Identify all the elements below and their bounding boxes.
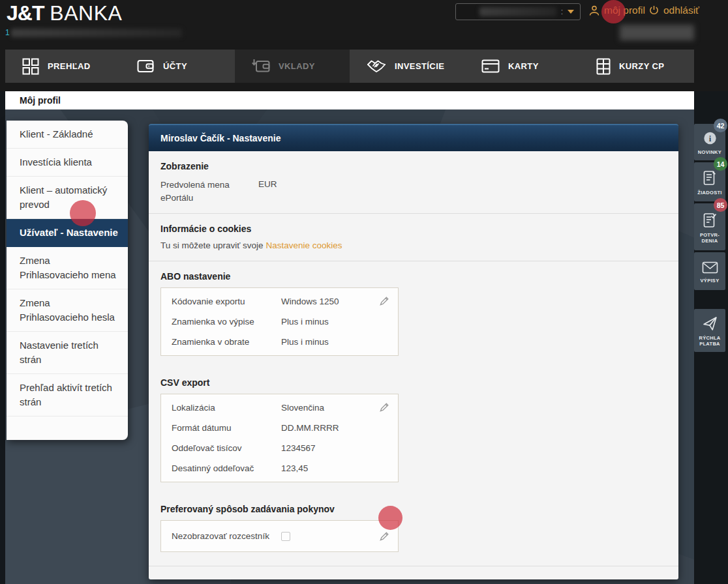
quickbar-label: ŽIADOSTI: [697, 190, 721, 196]
info-icon: i: [703, 131, 718, 145]
tab-label: INVESTÍCIE: [395, 61, 444, 71]
setting-label: Formát dátumu: [172, 423, 281, 433]
setting-row: Lokalizácia Slovenčina: [161, 398, 398, 418]
sidebar-item-investicia-klienta[interactable]: Investícia klienta: [7, 149, 128, 177]
divider: [149, 566, 678, 566]
panel-title: Miroslav Čačík - Nastavenie: [160, 133, 281, 143]
setting-value: 123,45: [281, 463, 308, 473]
card-icon: [481, 59, 500, 73]
setting-value: EUR: [258, 179, 277, 205]
redacted-top-right-button: [620, 25, 694, 40]
wallet-arrow-icon: [252, 59, 270, 74]
section-heading-cookies: Informácie o cookies: [160, 214, 667, 234]
ziadosti-badge: 14: [714, 157, 727, 171]
sidebar-item-klient-zakladne[interactable]: Klient - Základné: [7, 121, 128, 149]
cookies-text: Tu si môžete upraviť svoje Nastavenie co…: [160, 234, 667, 261]
setting-value: Plus i minus: [281, 337, 329, 347]
quickbar-label: NOVINKY: [698, 149, 721, 155]
tab-karty[interactable]: KARTY: [464, 50, 579, 83]
settings-sidebar: Klient - Základné Investícia klienta Kli…: [7, 121, 128, 440]
my-profile-link[interactable]: môj profil: [589, 5, 645, 16]
tab-investicie[interactable]: INVESTÍCIE: [350, 50, 464, 83]
pencil-icon: [379, 402, 390, 413]
quickbar-ziadosti[interactable]: 14 ŽIADOSTI: [694, 162, 725, 201]
tab-vklady[interactable]: VKLADY: [235, 50, 350, 83]
person-icon: [589, 5, 599, 16]
setting-row: Znamienka vo výpise Plus i minus: [161, 312, 398, 332]
sidebar-item-prehlad-aktivit[interactable]: Prehľad aktivít tretích strán: [7, 374, 128, 416]
sidebar-item-automaticky-prevod[interactable]: Klient – automatický prevod: [7, 177, 128, 219]
tab-label: ÚČTY: [163, 61, 187, 71]
power-icon: [649, 5, 659, 16]
preferovany-edit-button[interactable]: [378, 529, 391, 542]
tab-label: KURZY CP: [619, 61, 664, 71]
quick-access-bar: 42 i NOVINKY 14 ŽIADOSTI 85 POTVR- DENIA…: [694, 124, 725, 354]
settings-panel: Miroslav Čačík - Nastavenie Zobrazenie P…: [149, 124, 678, 579]
contact-info: 1: [5, 28, 182, 37]
breadcrumb: Môj profil: [5, 91, 694, 110]
section-heading-zobrazenie: Zobrazenie: [160, 151, 667, 171]
setting-value: Plus i minus: [281, 317, 329, 327]
paper-plane-icon: [703, 316, 718, 331]
setting-label: Lokalizácia: [172, 403, 281, 413]
tab-label: VKLADY: [279, 61, 315, 71]
rozcestnik-checkbox[interactable]: [281, 532, 290, 541]
grid-icon: [22, 58, 39, 75]
setting-label: Znamienka vo výpise: [172, 317, 281, 327]
csv-export-box: Lokalizácia Slovenčina Formát dátumu DD.…: [160, 394, 399, 482]
svg-text:i: i: [708, 134, 711, 143]
tab-label: KARTY: [508, 61, 539, 71]
quickbar-novinky[interactable]: 42 i NOVINKY: [694, 124, 725, 160]
tab-kurzy-cp[interactable]: KURZY CP: [579, 50, 694, 83]
sidebar-item-zmena-hesla[interactable]: Zmena Prihlasovacieho hesla: [7, 289, 128, 332]
main-navigation: PREHĽAD ÚČTY VKLADY INVESTÍCI: [0, 40, 728, 91]
quickbar-vypisy[interactable]: VÝPISY: [694, 252, 725, 290]
abo-settings-box: Kódovanie exportu Windows 1250 Znamienka…: [160, 287, 399, 356]
account-selector-colon: :: [561, 7, 563, 16]
cookies-settings-link[interactable]: Nastavenie cookies: [265, 241, 342, 250]
my-profile-label: môj profil: [604, 5, 645, 16]
setting-label: Oddeľovač tisícov: [172, 443, 281, 453]
abo-edit-button[interactable]: [378, 294, 391, 307]
setting-label: Desatinný oddeľovač: [172, 463, 281, 473]
tab-label: PREHĽAD: [48, 61, 91, 71]
quickbar-potvrdenia[interactable]: 85 POTVR- DENIA: [694, 203, 725, 250]
setting-value: Windows 1250: [281, 297, 339, 306]
preferovany-box: Nezobrazovať rozcestník: [160, 520, 399, 552]
setting-row: Formát dátumu DD.MM.RRRR: [161, 418, 398, 438]
account-selector[interactable]: :: [455, 3, 581, 20]
setting-value: DD.MM.RRRR: [281, 423, 339, 433]
chevron-down-icon: [568, 10, 574, 14]
logout-label: odhlásiť: [663, 5, 699, 16]
cookies-text-static: Tu si môžete upraviť svoje: [160, 241, 264, 250]
sidebar-item-uzivatel-nastavenie[interactable]: Užívateľ - Nastavenie: [7, 219, 128, 247]
setting-row: Nezobrazovať rozcestník: [161, 526, 398, 546]
section-heading-abo: ABO nastavenie: [160, 261, 667, 282]
logo-bold: J&T: [7, 1, 44, 25]
novinky-badge: 42: [714, 119, 727, 132]
document-check-icon: [703, 212, 717, 228]
quickbar-label: POTVR- DENIA: [695, 232, 724, 244]
potvrdenia-badge: 85: [714, 198, 727, 212]
pencil-icon: [379, 531, 390, 542]
tab-prehlad[interactable]: PREHĽAD: [5, 50, 120, 83]
section-heading-preferovany: Preferovaný spôsob zadávania pokynov: [160, 494, 667, 514]
quickbar-label: RÝCHLA PLATBA: [695, 335, 724, 347]
sidebar-item-zmena-mena[interactable]: Zmena Prihlasovacieho mena: [7, 247, 128, 289]
wallet-icon: [137, 59, 155, 74]
section-heading-csv: CSV export: [160, 368, 667, 388]
setting-row: Kódovanie exportu Windows 1250: [161, 291, 398, 312]
logout-link[interactable]: odhlásiť: [649, 5, 699, 16]
csv-edit-button[interactable]: [378, 400, 391, 413]
page-title: Môj profil: [20, 95, 61, 106]
sidebar-item-tretie-strany[interactable]: Nastavenie tretích strán: [7, 332, 128, 374]
envelope-icon: [702, 261, 718, 274]
setting-row: Znamienka v obrate Plus i minus: [161, 332, 398, 352]
panel-header: Miroslav Čačík - Nastavenie: [149, 124, 678, 151]
pencil-icon: [379, 295, 390, 306]
tab-ucty[interactable]: ÚČTY: [120, 50, 235, 83]
top-header: J&T BANKA 1 : môj profil odhlásiť: [0, 0, 728, 40]
setting-label: Nezobrazovať rozcestník: [172, 531, 281, 541]
quickbar-rychla-platba[interactable]: RÝCHLA PLATBA: [694, 309, 725, 352]
contact-prefix: 1: [5, 28, 10, 37]
